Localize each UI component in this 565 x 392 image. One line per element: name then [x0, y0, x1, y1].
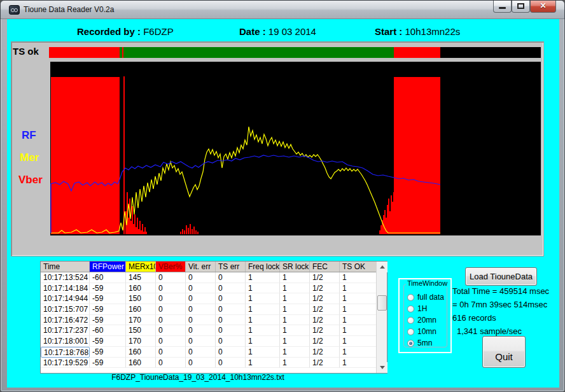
radio-icon[interactable]	[407, 294, 414, 301]
radio-icon[interactable]	[407, 340, 414, 347]
table-cell[interactable]: 0	[186, 304, 216, 315]
table-cell[interactable]: 145	[126, 272, 156, 283]
maximize-button[interactable]	[512, 1, 530, 13]
timewindow-option-full-data[interactable]: full data	[407, 292, 447, 302]
table-cell[interactable]: 1	[280, 325, 310, 336]
table-cell[interactable]: 1	[280, 358, 310, 368]
table-cell[interactable]: -59	[90, 304, 126, 315]
minimize-button[interactable]	[493, 1, 512, 13]
table-cell[interactable]: 1	[340, 283, 377, 294]
timewindow-option-10mn[interactable]: 10mn	[407, 326, 447, 337]
table-cell[interactable]: 1	[246, 347, 280, 358]
table-cell[interactable]: -59	[90, 358, 126, 368]
table-scrollbar[interactable]	[376, 262, 387, 373]
table-row[interactable]: 10:17:18:001-59170000111/21	[41, 336, 387, 347]
table-cell[interactable]: 0	[186, 272, 216, 283]
table-cell[interactable]: 10:17:16:472	[41, 315, 90, 326]
table-cell[interactable]: -59	[90, 293, 126, 304]
table-cell[interactable]: 150	[126, 293, 156, 304]
table-cell[interactable]: 0	[156, 304, 186, 315]
table-cell[interactable]: 1	[246, 304, 280, 315]
table-cell[interactable]: 1	[280, 283, 310, 294]
table-cell[interactable]: 0	[156, 336, 186, 347]
table-row[interactable]: 10:17:13:524-60145000111/21	[41, 272, 387, 283]
table-row[interactable]: 10:17:14:184-59160000111/21	[41, 283, 387, 294]
table-cell[interactable]: 1	[340, 272, 377, 283]
table-row[interactable]: 10:17:14:944-59150000111/21	[41, 293, 387, 304]
table-cell[interactable]: -59	[90, 315, 126, 326]
table-cell[interactable]: 10:17:18:768	[41, 347, 90, 358]
table-cell[interactable]: 0	[186, 358, 216, 368]
table-cell[interactable]: 1	[280, 272, 310, 283]
column-header-freq-lock[interactable]: Freq lock	[246, 262, 280, 272]
table-cell[interactable]: 0	[216, 325, 246, 336]
radio-icon[interactable]	[407, 305, 414, 312]
table-cell[interactable]: 0	[216, 304, 246, 315]
column-header-ts-err[interactable]: TS err	[216, 262, 246, 272]
table-cell[interactable]: 160	[126, 304, 156, 315]
timewindow-option-20mn[interactable]: 20mn	[407, 315, 447, 325]
table-cell[interactable]: 1	[246, 358, 280, 368]
table-cell[interactable]: 1	[246, 272, 280, 283]
column-header-time[interactable]: Time	[41, 262, 90, 272]
table-cell[interactable]: 1	[246, 315, 280, 326]
scroll-down-button[interactable]	[377, 362, 387, 373]
table-cell[interactable]: 0	[186, 325, 216, 336]
table-cell[interactable]: 1	[280, 315, 310, 326]
table-cell[interactable]: 0	[156, 283, 186, 294]
table-cell[interactable]: 1/2	[310, 358, 340, 368]
table-cell[interactable]: 1	[340, 293, 377, 304]
table-row[interactable]: 10:17:15:707-59160000111/21	[41, 304, 387, 315]
table-cell[interactable]: 0	[186, 336, 216, 347]
table-cell[interactable]: 1/2	[310, 315, 340, 326]
load-tiounedata-button[interactable]: Load TiouneData	[465, 267, 537, 286]
table-cell[interactable]: 1/2	[310, 272, 340, 283]
table-cell[interactable]: 10:17:17:237	[41, 325, 90, 336]
column-header-vber-[interactable]: VBer%	[156, 262, 186, 272]
table-row[interactable]: 10:17:16:472-59170000111/21	[41, 315, 387, 326]
table-cell[interactable]: 1	[340, 336, 377, 347]
table-cell[interactable]: 1/2	[310, 304, 340, 315]
table-cell[interactable]: -59	[90, 336, 126, 347]
column-header-ts-ok[interactable]: TS OK	[340, 262, 377, 272]
table-cell[interactable]: 1/2	[310, 293, 340, 304]
table-cell[interactable]: 1	[246, 336, 280, 347]
table-cell[interactable]: -60	[90, 325, 126, 336]
table-row[interactable]: 10:17:17:237-60150000111/21	[41, 325, 387, 336]
column-header-merx10[interactable]: MERx10	[126, 262, 156, 272]
table-cell[interactable]: 0	[216, 347, 246, 358]
table-cell[interactable]: 1/2	[310, 336, 340, 347]
radio-icon[interactable]	[407, 328, 414, 335]
table-cell[interactable]: 1	[340, 325, 377, 336]
scroll-up-button[interactable]	[377, 262, 387, 272]
column-header-fec[interactable]: FEC	[310, 262, 340, 272]
table-cell[interactable]: 1	[246, 325, 280, 336]
table-cell[interactable]: 0	[216, 315, 246, 326]
quit-button[interactable]: Quit	[482, 336, 526, 368]
table-cell[interactable]: 10:17:14:944	[41, 293, 90, 304]
table-cell[interactable]: -59	[90, 347, 126, 358]
table-cell[interactable]: 0	[186, 293, 216, 304]
table-cell[interactable]: 0	[156, 358, 186, 368]
table-cell[interactable]: 1	[340, 347, 377, 358]
table-cell[interactable]: 10:17:13:524	[41, 272, 90, 283]
table-cell[interactable]: 0	[156, 347, 186, 358]
table-cell[interactable]: 1	[280, 304, 310, 315]
table-cell[interactable]: 1	[280, 347, 310, 358]
table-cell[interactable]: 0	[216, 336, 246, 347]
table-cell[interactable]: 0	[186, 347, 216, 358]
table-cell[interactable]: 170	[126, 336, 156, 347]
table-cell[interactable]: 0	[216, 358, 246, 368]
table-cell[interactable]: 10:17:18:001	[41, 336, 90, 347]
title-bar[interactable]: Tioune Data Reader V0.2a	[1, 1, 564, 19]
table-cell[interactable]: 1	[340, 358, 377, 368]
scrollbar-thumb[interactable]	[377, 295, 387, 311]
table-cell[interactable]: 0	[216, 293, 246, 304]
close-button[interactable]: ✕	[530, 1, 556, 13]
timewindow-option-5mn[interactable]: 5mn	[407, 338, 447, 348]
table-cell[interactable]: 1	[280, 336, 310, 347]
table-cell[interactable]: 1	[246, 293, 280, 304]
timewindow-option-1H[interactable]: 1H	[407, 304, 447, 314]
table-cell[interactable]: 1	[246, 283, 280, 294]
table-cell[interactable]: 150	[126, 325, 156, 336]
